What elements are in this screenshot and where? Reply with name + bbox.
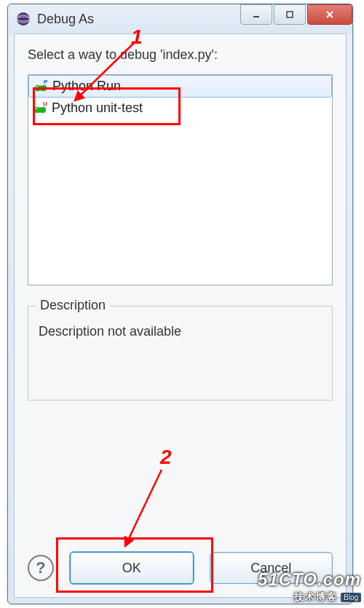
minimize-icon xyxy=(252,10,261,19)
python-unittest-icon: U xyxy=(33,101,47,116)
description-legend: Description xyxy=(36,298,110,313)
launch-config-list[interactable]: P Python Run U Python unit-test xyxy=(28,74,333,285)
eclipse-icon xyxy=(15,11,31,27)
dialog-window: Debug As Select a way to debug 'index.py… xyxy=(7,4,353,604)
watermark-sub: 技术博客 xyxy=(294,591,338,602)
watermark: 51CTO.com 技术博客 Blog xyxy=(258,569,361,604)
minimize-button[interactable] xyxy=(240,4,272,25)
window-controls xyxy=(240,4,352,33)
watermark-tag: Blog xyxy=(341,593,361,602)
watermark-main: 51CTO.com xyxy=(258,569,361,590)
svg-point-7 xyxy=(36,86,38,87)
svg-text:P: P xyxy=(44,79,48,85)
svg-point-9 xyxy=(36,108,37,109)
close-button[interactable] xyxy=(307,4,352,25)
python-run-icon: P xyxy=(33,79,48,94)
list-item-python-run[interactable]: P Python Run xyxy=(28,75,332,98)
help-icon: ? xyxy=(36,558,45,577)
close-icon xyxy=(325,9,335,20)
description-text: Description not available xyxy=(39,324,322,339)
list-item-label: Python unit-test xyxy=(52,100,143,116)
titlebar[interactable]: Debug As xyxy=(8,4,352,33)
ok-label: OK xyxy=(122,561,141,576)
window-title: Debug As xyxy=(37,12,234,27)
description-group: Description Description not available xyxy=(28,306,333,400)
svg-rect-4 xyxy=(287,12,293,17)
annotation-label-1: 1 xyxy=(131,25,143,49)
annotation-label-2: 2 xyxy=(160,446,172,469)
svg-point-0 xyxy=(17,12,30,25)
list-item-label: Python Run xyxy=(52,79,121,94)
ok-button[interactable]: OK xyxy=(70,552,194,584)
list-item-python-unittest[interactable]: U Python unit-test xyxy=(28,98,332,119)
maximize-button[interactable] xyxy=(274,4,306,25)
svg-text:U: U xyxy=(43,101,47,107)
dialog-prompt: Select a way to debug 'index.py': xyxy=(28,47,333,63)
help-button[interactable]: ? xyxy=(28,555,54,581)
dialog-client-area: Select a way to debug 'index.py': P Pyth… xyxy=(14,33,347,598)
maximize-icon xyxy=(285,10,294,19)
